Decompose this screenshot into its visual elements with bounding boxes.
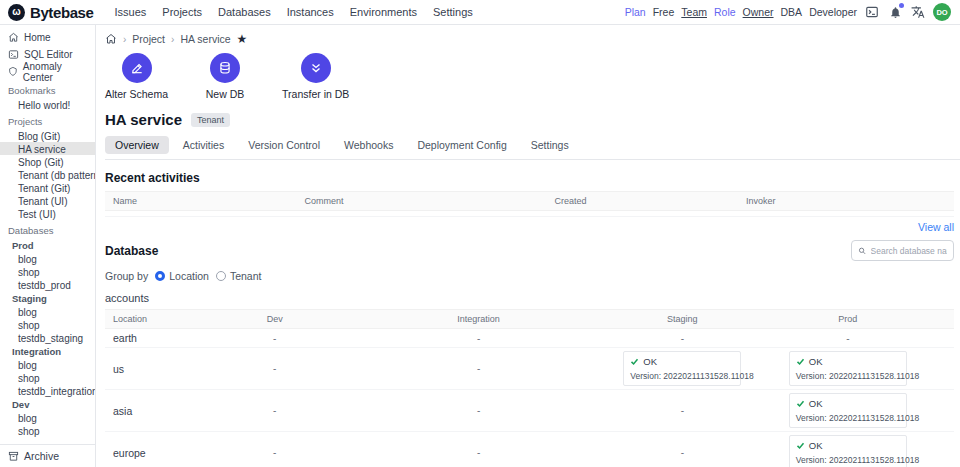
terminal-icon[interactable] (864, 4, 880, 20)
dba-link[interactable]: DBA (781, 6, 803, 18)
quick-action-label: Alter Schema (105, 88, 168, 100)
group-by-label: Group by (105, 270, 148, 282)
empty-cell: - (334, 363, 623, 374)
nav-link-environments[interactable]: Environments (350, 6, 417, 18)
database-section-title: Database (105, 244, 158, 258)
role-label: Role (714, 6, 736, 18)
alter-schema-button[interactable]: Alter Schema (105, 53, 168, 100)
breadcrumb-project[interactable]: Project (132, 33, 165, 45)
sidebar-db-item[interactable]: shop (0, 265, 95, 278)
notification-dot (899, 3, 904, 8)
db-status-card-asia-prod[interactable]: OK Version: 20220211131528.11018 (789, 393, 907, 428)
bookmark-star-icon[interactable]: ★ (237, 33, 248, 45)
transfer-in-db-button[interactable]: Transfer in DB (282, 53, 349, 100)
empty-cell: - (215, 405, 334, 416)
bookmark-hello-world[interactable]: Hello world! (0, 98, 95, 111)
status-ok-label: OK (809, 440, 823, 451)
brand[interactable]: ω Bytebase (8, 4, 94, 21)
sidebar-project-tenant-db-pattern[interactable]: Tenant (db pattern) (0, 168, 95, 181)
tenant-table-name: accounts (105, 292, 954, 304)
recent-activities-title: Recent activities (105, 171, 954, 185)
tab-overview[interactable]: Overview (105, 136, 169, 154)
table-row-europe: europe - - - OK Version: 20220211131528.… (105, 432, 954, 467)
nav-link-issues[interactable]: Issues (115, 6, 147, 18)
sidebar-project-test-ui[interactable]: Test (UI) (0, 207, 95, 220)
status-version: Version: 20220211131528.11018 (796, 371, 900, 381)
column-header-invoker: Invoker (746, 196, 946, 206)
sidebar-project-tenant-git[interactable]: Tenant (Git) (0, 181, 95, 194)
empty-cell: - (334, 405, 623, 416)
nav-link-instances[interactable]: Instances (287, 6, 334, 18)
notification-bell-icon[interactable] (887, 4, 903, 20)
databases-section-title: Databases (0, 220, 95, 238)
new-db-button[interactable]: New DB (194, 53, 256, 100)
sidebar-db-item[interactable]: shop (0, 318, 95, 331)
tab-webhooks[interactable]: Webhooks (334, 136, 403, 154)
group-by-location-radio[interactable]: Location (155, 270, 209, 282)
archive-box-icon (8, 451, 19, 462)
sidebar-db-item[interactable]: testdb_staging (0, 331, 95, 344)
tab-version-control[interactable]: Version Control (238, 136, 330, 154)
sidebar-scroll-area: Home SQL Editor Anomaly Center Bookmarks… (0, 25, 95, 444)
sidebar-db-item[interactable]: blog (0, 252, 95, 265)
view-all-link[interactable]: View all (105, 221, 954, 233)
sidebar-db-item[interactable]: blog (0, 358, 95, 371)
radio-label: Tenant (230, 270, 262, 282)
column-header-name: Name (113, 196, 305, 206)
nav-link-projects[interactable]: Projects (162, 6, 202, 18)
nav-link-databases[interactable]: Databases (218, 6, 271, 18)
user-avatar[interactable]: DO (933, 3, 951, 21)
developer-link[interactable]: Developer (809, 6, 857, 18)
empty-cell: - (334, 333, 623, 344)
sidebar-project-tenant-ui[interactable]: Tenant (UI) (0, 194, 95, 207)
sidebar-item-label: Anomaly Center (23, 61, 87, 83)
sidebar-db-item[interactable]: testdb_prod (0, 278, 95, 291)
db-status-card-us-staging[interactable]: OK Version: 20220211131528.11018 (623, 351, 741, 386)
env-group-dev: Dev (0, 397, 95, 411)
sidebar-db-item[interactable]: blog (0, 305, 95, 318)
home-icon[interactable] (105, 33, 117, 45)
nav-link-settings[interactable]: Settings (433, 6, 473, 18)
empty-cell: - (215, 363, 334, 374)
database-search[interactable] (851, 240, 954, 261)
tab-activities[interactable]: Activities (173, 136, 234, 154)
tenant-badge: Tenant (191, 113, 230, 127)
db-status-card-us-prod[interactable]: OK Version: 20220211131528.11018 (789, 351, 907, 386)
tab-deployment-config[interactable]: Deployment Config (407, 136, 516, 154)
projects-section-title: Projects (0, 111, 95, 129)
role-value-owner[interactable]: Owner (743, 6, 774, 18)
sql-editor-icon (8, 49, 19, 60)
sidebar-db-item[interactable]: shop (0, 371, 95, 384)
table-row-us: us - - OK Version: 20220211131528.11018 … (105, 348, 954, 390)
sidebar-db-item[interactable]: shop (0, 424, 95, 437)
sidebar-item-label: SQL Editor (24, 49, 73, 60)
edit-icon (130, 61, 144, 75)
column-header-created: Created (554, 196, 746, 206)
empty-cell: - (334, 447, 623, 458)
sidebar-project-ha-service[interactable]: HA service (0, 142, 95, 155)
location-cell: asia (105, 405, 215, 417)
plan-label: Plan (625, 6, 646, 18)
sidebar-db-item[interactable]: testdb_integration (0, 384, 95, 397)
column-header-prod: Prod (742, 314, 954, 324)
breadcrumb-current: HA service (180, 33, 230, 45)
accounts-table: Location Dev Integration Staging Prod ea… (105, 309, 954, 467)
sidebar-item-archive[interactable]: Archive (0, 444, 95, 467)
bookmarks-section-title: Bookmarks (0, 80, 95, 98)
db-status-card-europe-prod[interactable]: OK Version: 20220211131528.11018 (789, 435, 907, 467)
sidebar-project-blog-git[interactable]: Blog (Git) (0, 129, 95, 142)
search-database-input[interactable] (871, 246, 947, 256)
team-link[interactable]: Team (681, 6, 707, 18)
sidebar-item-anomaly-center[interactable]: Anomaly Center (0, 63, 95, 80)
tab-settings[interactable]: Settings (521, 136, 579, 154)
status-ok-label: OK (643, 356, 657, 367)
group-by-tenant-radio[interactable]: Tenant (216, 270, 262, 282)
sidebar-project-shop-git[interactable]: Shop (Git) (0, 155, 95, 168)
language-translate-icon[interactable] (910, 4, 926, 20)
sidebar-item-home[interactable]: Home (0, 29, 95, 46)
shield-icon (8, 66, 18, 77)
check-icon (796, 441, 805, 450)
home-icon (8, 32, 19, 43)
check-icon (630, 357, 639, 366)
sidebar-db-item[interactable]: blog (0, 411, 95, 424)
